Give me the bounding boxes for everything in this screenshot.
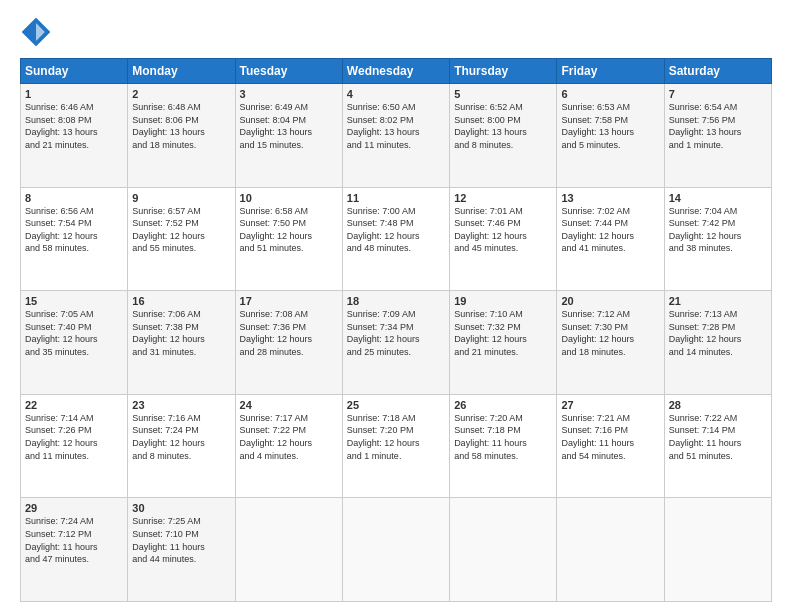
day-info: Sunrise: 7:13 AMSunset: 7:28 PMDaylight:… (669, 308, 767, 358)
day-info: Sunrise: 7:02 AMSunset: 7:44 PMDaylight:… (561, 205, 659, 255)
day-number: 28 (669, 399, 767, 411)
header (20, 16, 772, 48)
day-info: Sunrise: 7:18 AMSunset: 7:20 PMDaylight:… (347, 412, 445, 462)
page: SundayMondayTuesdayWednesdayThursdayFrid… (0, 0, 792, 612)
day-info: Sunrise: 7:05 AMSunset: 7:40 PMDaylight:… (25, 308, 123, 358)
day-number: 20 (561, 295, 659, 307)
day-info: Sunrise: 6:53 AMSunset: 7:58 PMDaylight:… (561, 101, 659, 151)
svg-marker-2 (22, 18, 50, 46)
day-info: Sunrise: 7:16 AMSunset: 7:24 PMDaylight:… (132, 412, 230, 462)
day-number: 24 (240, 399, 338, 411)
day-number: 21 (669, 295, 767, 307)
day-cell (342, 498, 449, 602)
day-cell: 18 Sunrise: 7:09 AMSunset: 7:34 PMDaylig… (342, 291, 449, 395)
week-row-5: 29 Sunrise: 7:24 AMSunset: 7:12 PMDaylig… (21, 498, 772, 602)
day-info: Sunrise: 7:12 AMSunset: 7:30 PMDaylight:… (561, 308, 659, 358)
week-row-1: 1 Sunrise: 6:46 AMSunset: 8:08 PMDayligh… (21, 84, 772, 188)
day-cell: 12 Sunrise: 7:01 AMSunset: 7:46 PMDaylig… (450, 187, 557, 291)
day-cell: 10 Sunrise: 6:58 AMSunset: 7:50 PMDaylig… (235, 187, 342, 291)
day-cell: 29 Sunrise: 7:24 AMSunset: 7:12 PMDaylig… (21, 498, 128, 602)
day-info: Sunrise: 7:09 AMSunset: 7:34 PMDaylight:… (347, 308, 445, 358)
day-number: 1 (25, 88, 123, 100)
day-number: 3 (240, 88, 338, 100)
day-cell: 7 Sunrise: 6:54 AMSunset: 7:56 PMDayligh… (664, 84, 771, 188)
day-number: 26 (454, 399, 552, 411)
day-info: Sunrise: 6:49 AMSunset: 8:04 PMDaylight:… (240, 101, 338, 151)
col-header-sunday: Sunday (21, 59, 128, 84)
logo (20, 16, 56, 48)
col-header-saturday: Saturday (664, 59, 771, 84)
day-cell (557, 498, 664, 602)
day-cell: 2 Sunrise: 6:48 AMSunset: 8:06 PMDayligh… (128, 84, 235, 188)
day-cell: 13 Sunrise: 7:02 AMSunset: 7:44 PMDaylig… (557, 187, 664, 291)
day-number: 19 (454, 295, 552, 307)
day-info: Sunrise: 7:10 AMSunset: 7:32 PMDaylight:… (454, 308, 552, 358)
day-info: Sunrise: 7:20 AMSunset: 7:18 PMDaylight:… (454, 412, 552, 462)
day-cell: 3 Sunrise: 6:49 AMSunset: 8:04 PMDayligh… (235, 84, 342, 188)
day-number: 23 (132, 399, 230, 411)
day-info: Sunrise: 7:01 AMSunset: 7:46 PMDaylight:… (454, 205, 552, 255)
calendar: SundayMondayTuesdayWednesdayThursdayFrid… (20, 58, 772, 602)
day-cell: 6 Sunrise: 6:53 AMSunset: 7:58 PMDayligh… (557, 84, 664, 188)
day-number: 4 (347, 88, 445, 100)
day-cell: 5 Sunrise: 6:52 AMSunset: 8:00 PMDayligh… (450, 84, 557, 188)
day-info: Sunrise: 6:48 AMSunset: 8:06 PMDaylight:… (132, 101, 230, 151)
day-info: Sunrise: 6:57 AMSunset: 7:52 PMDaylight:… (132, 205, 230, 255)
day-number: 2 (132, 88, 230, 100)
day-number: 22 (25, 399, 123, 411)
day-cell: 21 Sunrise: 7:13 AMSunset: 7:28 PMDaylig… (664, 291, 771, 395)
day-number: 14 (669, 192, 767, 204)
day-cell: 4 Sunrise: 6:50 AMSunset: 8:02 PMDayligh… (342, 84, 449, 188)
col-header-wednesday: Wednesday (342, 59, 449, 84)
day-info: Sunrise: 6:50 AMSunset: 8:02 PMDaylight:… (347, 101, 445, 151)
col-header-tuesday: Tuesday (235, 59, 342, 84)
day-info: Sunrise: 7:25 AMSunset: 7:10 PMDaylight:… (132, 515, 230, 565)
day-number: 5 (454, 88, 552, 100)
header-row: SundayMondayTuesdayWednesdayThursdayFrid… (21, 59, 772, 84)
day-cell: 16 Sunrise: 7:06 AMSunset: 7:38 PMDaylig… (128, 291, 235, 395)
day-number: 25 (347, 399, 445, 411)
day-cell: 1 Sunrise: 6:46 AMSunset: 8:08 PMDayligh… (21, 84, 128, 188)
day-info: Sunrise: 7:08 AMSunset: 7:36 PMDaylight:… (240, 308, 338, 358)
col-header-monday: Monday (128, 59, 235, 84)
day-cell: 30 Sunrise: 7:25 AMSunset: 7:10 PMDaylig… (128, 498, 235, 602)
day-info: Sunrise: 7:24 AMSunset: 7:12 PMDaylight:… (25, 515, 123, 565)
day-cell: 11 Sunrise: 7:00 AMSunset: 7:48 PMDaylig… (342, 187, 449, 291)
day-info: Sunrise: 7:00 AMSunset: 7:48 PMDaylight:… (347, 205, 445, 255)
day-cell (235, 498, 342, 602)
day-info: Sunrise: 7:14 AMSunset: 7:26 PMDaylight:… (25, 412, 123, 462)
day-number: 12 (454, 192, 552, 204)
day-info: Sunrise: 7:06 AMSunset: 7:38 PMDaylight:… (132, 308, 230, 358)
day-cell: 19 Sunrise: 7:10 AMSunset: 7:32 PMDaylig… (450, 291, 557, 395)
day-cell (450, 498, 557, 602)
day-cell: 24 Sunrise: 7:17 AMSunset: 7:22 PMDaylig… (235, 394, 342, 498)
day-info: Sunrise: 7:17 AMSunset: 7:22 PMDaylight:… (240, 412, 338, 462)
col-header-thursday: Thursday (450, 59, 557, 84)
day-info: Sunrise: 7:22 AMSunset: 7:14 PMDaylight:… (669, 412, 767, 462)
day-number: 30 (132, 502, 230, 514)
day-cell: 8 Sunrise: 6:56 AMSunset: 7:54 PMDayligh… (21, 187, 128, 291)
day-cell (664, 498, 771, 602)
day-cell: 17 Sunrise: 7:08 AMSunset: 7:36 PMDaylig… (235, 291, 342, 395)
day-cell: 15 Sunrise: 7:05 AMSunset: 7:40 PMDaylig… (21, 291, 128, 395)
day-number: 6 (561, 88, 659, 100)
logo-icon (20, 16, 52, 48)
col-header-friday: Friday (557, 59, 664, 84)
day-cell: 23 Sunrise: 7:16 AMSunset: 7:24 PMDaylig… (128, 394, 235, 498)
day-cell: 20 Sunrise: 7:12 AMSunset: 7:30 PMDaylig… (557, 291, 664, 395)
day-number: 9 (132, 192, 230, 204)
week-row-4: 22 Sunrise: 7:14 AMSunset: 7:26 PMDaylig… (21, 394, 772, 498)
day-cell: 28 Sunrise: 7:22 AMSunset: 7:14 PMDaylig… (664, 394, 771, 498)
day-number: 18 (347, 295, 445, 307)
day-cell: 22 Sunrise: 7:14 AMSunset: 7:26 PMDaylig… (21, 394, 128, 498)
day-cell: 27 Sunrise: 7:21 AMSunset: 7:16 PMDaylig… (557, 394, 664, 498)
day-info: Sunrise: 6:58 AMSunset: 7:50 PMDaylight:… (240, 205, 338, 255)
day-cell: 14 Sunrise: 7:04 AMSunset: 7:42 PMDaylig… (664, 187, 771, 291)
day-cell: 25 Sunrise: 7:18 AMSunset: 7:20 PMDaylig… (342, 394, 449, 498)
day-number: 8 (25, 192, 123, 204)
day-number: 7 (669, 88, 767, 100)
week-row-2: 8 Sunrise: 6:56 AMSunset: 7:54 PMDayligh… (21, 187, 772, 291)
day-info: Sunrise: 6:56 AMSunset: 7:54 PMDaylight:… (25, 205, 123, 255)
day-number: 27 (561, 399, 659, 411)
day-number: 29 (25, 502, 123, 514)
